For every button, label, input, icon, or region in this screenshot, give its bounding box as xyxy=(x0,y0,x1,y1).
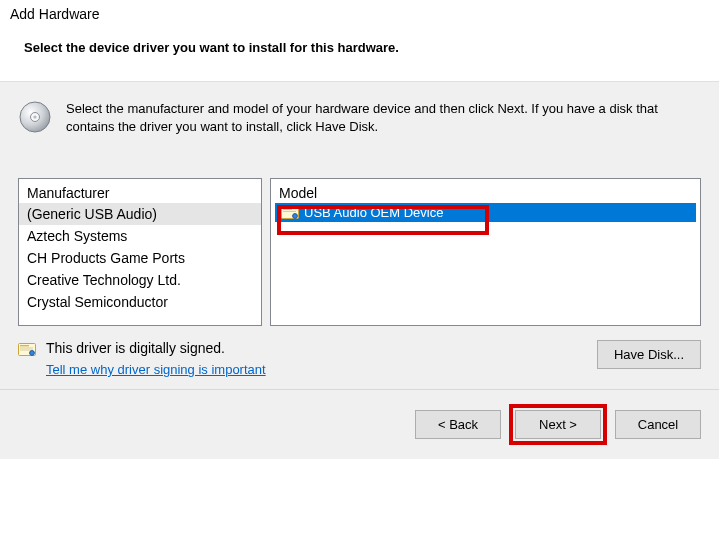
manufacturer-item[interactable]: CH Products Game Ports xyxy=(19,247,261,269)
signed-status-text: This driver is digitally signed. xyxy=(46,340,266,356)
wizard-footer: < Back Next > Cancel xyxy=(0,389,719,459)
manufacturer-item[interactable]: Aztech Systems xyxy=(19,225,261,247)
svg-point-2 xyxy=(33,115,36,118)
svg-rect-4 xyxy=(283,208,292,209)
disc-icon xyxy=(18,100,52,134)
have-disk-button[interactable]: Have Disk... xyxy=(597,340,701,369)
manufacturer-item[interactable]: (Generic USB Audio) xyxy=(19,203,261,225)
manufacturer-header: Manufacturer xyxy=(19,179,261,203)
svg-point-6 xyxy=(293,213,298,218)
svg-rect-8 xyxy=(20,345,29,346)
next-button[interactable]: Next > xyxy=(515,410,601,439)
info-row: Select the manufacturer and model of you… xyxy=(18,100,701,136)
highlight-box-next: Next > xyxy=(509,404,607,445)
manufacturer-list[interactable]: Manufacturer (Generic USB Audio)Aztech S… xyxy=(18,178,262,326)
model-item[interactable]: USB Audio OEM Device xyxy=(275,203,696,222)
content-panel: Select the manufacturer and model of you… xyxy=(0,81,719,389)
header-section: Select the device driver you want to ins… xyxy=(0,26,719,81)
manufacturer-item[interactable]: Crystal Semiconductor xyxy=(19,291,261,313)
model-list[interactable]: Model USB Audio OEM Device xyxy=(270,178,701,326)
lists-row: Manufacturer (Generic USB Audio)Aztech S… xyxy=(18,178,701,326)
page-heading: Select the device driver you want to ins… xyxy=(24,40,695,55)
back-button[interactable]: < Back xyxy=(415,410,501,439)
cancel-button[interactable]: Cancel xyxy=(615,410,701,439)
window-title: Add Hardware xyxy=(0,0,719,26)
certificate-icon xyxy=(281,206,299,220)
certificate-icon xyxy=(18,343,36,357)
svg-rect-9 xyxy=(20,348,33,349)
signing-info-link[interactable]: Tell me why driver signing is important xyxy=(46,362,266,377)
manufacturer-item[interactable]: Creative Technology Ltd. xyxy=(19,269,261,291)
model-header: Model xyxy=(271,179,700,203)
info-text: Select the manufacturer and model of you… xyxy=(66,100,701,136)
signed-row: This driver is digitally signed. Tell me… xyxy=(18,340,701,377)
model-item-label: USB Audio OEM Device xyxy=(304,205,443,220)
svg-rect-5 xyxy=(283,211,296,212)
svg-point-11 xyxy=(30,351,35,356)
